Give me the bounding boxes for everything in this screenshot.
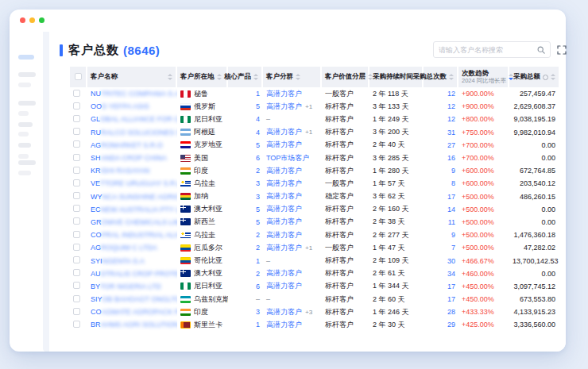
row-checkbox[interactable] bbox=[73, 217, 80, 225]
sidebar-item[interactable] bbox=[18, 111, 29, 116]
row-checkbox[interactable] bbox=[73, 154, 80, 161]
segment-label[interactable]: 高潜力客户 bbox=[266, 217, 302, 225]
purchase-count[interactable]: 17 bbox=[447, 295, 455, 303]
purchase-count[interactable]: 17 bbox=[447, 193, 455, 201]
fullscreen-expand-icon[interactable] bbox=[557, 45, 567, 55]
segment-label[interactable]: 高潜力客户 bbox=[266, 102, 302, 110]
sidebar-item[interactable] bbox=[18, 122, 33, 127]
sidebar-item[interactable] bbox=[18, 72, 36, 77]
sidebar-item[interactable] bbox=[18, 143, 31, 148]
customer-name-link[interactable]: GLOBAL ALLIANCE FOR CHESS CA... bbox=[91, 115, 174, 123]
purchase-count[interactable]: 12 bbox=[447, 115, 455, 123]
customer-name-link[interactable]: GROWVE CHEMICALS LIMITED bbox=[91, 218, 174, 226]
row-checkbox[interactable] bbox=[73, 128, 80, 135]
purchase-count[interactable]: 28 bbox=[447, 308, 455, 316]
segment-label[interactable]: 高潜力客户 bbox=[266, 321, 302, 329]
core-products-count[interactable]: 1 bbox=[256, 321, 260, 329]
row-checkbox[interactable] bbox=[73, 205, 80, 212]
customer-name-link[interactable]: ECNEW AUSTRALIA PTY LIMITED ) bbox=[91, 206, 174, 213]
purchase-count[interactable]: 30 bbox=[447, 257, 455, 265]
select-all-checkbox[interactable] bbox=[75, 73, 82, 80]
customer-name-link[interactable]: VETTORE URUGUAY S.R.L bbox=[91, 179, 174, 187]
purchase-count[interactable]: 12 bbox=[447, 102, 455, 110]
customer-name-link[interactable]: BRAHMS AGRI SOLUTIONS PVT LTD bbox=[91, 321, 174, 329]
purchase-count[interactable]: 17 bbox=[447, 283, 455, 290]
customer-name-link[interactable]: BYTOR NIGERIA LTD bbox=[91, 283, 161, 290]
core-products-count[interactable]: 5 bbox=[256, 206, 260, 213]
customer-name-link[interactable]: COPRAL INDUSTRIAL ALIADO R... bbox=[91, 231, 174, 239]
customer-name-link[interactable]: SHANDA CROP CHINA bbox=[91, 154, 167, 162]
customer-name-link[interactable]: OOD YEFPA ASIS bbox=[91, 102, 149, 110]
segment-label[interactable]: 高潜力客户 bbox=[266, 308, 302, 316]
core-products-count[interactable]: 5 bbox=[256, 141, 260, 149]
purchase-count[interactable]: 7 bbox=[451, 244, 455, 252]
segment-label[interactable]: 高潜力客户 bbox=[266, 90, 302, 98]
row-checkbox[interactable] bbox=[73, 282, 80, 289]
purchase-count[interactable]: 9 bbox=[451, 231, 455, 239]
row-checkbox[interactable] bbox=[73, 115, 80, 122]
sidebar-item[interactable] bbox=[18, 171, 31, 175]
customer-name-link[interactable]: WYNCA SUNSHINE AGRIC PRO (U... bbox=[91, 193, 174, 201]
core-products-count[interactable]: 2 bbox=[256, 270, 260, 278]
purchase-count[interactable]: 34 bbox=[447, 270, 455, 278]
sidebar-item[interactable] bbox=[18, 132, 29, 136]
purchase-count[interactable]: 16 bbox=[447, 154, 455, 162]
core-products-count[interactable]: 4 bbox=[256, 115, 260, 123]
core-products-count[interactable]: 3 bbox=[256, 179, 260, 187]
segment-label[interactable]: 高潜力客户 bbox=[266, 205, 302, 213]
segment-label[interactable]: 高潜力客户 bbox=[266, 179, 302, 187]
core-products-count[interactable]: 2 bbox=[256, 231, 260, 239]
customer-name-link[interactable]: KRISHI RASAYAN bbox=[91, 167, 149, 175]
core-products-count[interactable]: 6 bbox=[256, 283, 260, 290]
row-checkbox[interactable] bbox=[73, 321, 80, 328]
search-icon[interactable] bbox=[537, 46, 545, 54]
sidebar-item-active[interactable] bbox=[18, 55, 34, 60]
purchase-count[interactable]: 27 bbox=[447, 141, 455, 149]
core-products-count[interactable]: 2 bbox=[256, 244, 260, 252]
row-checkbox[interactable] bbox=[73, 269, 80, 276]
row-checkbox[interactable] bbox=[73, 231, 80, 238]
row-checkbox[interactable] bbox=[73, 256, 80, 263]
customer-name-link[interactable]: AUSTRALIS CROP PROTECTION P... bbox=[91, 270, 174, 278]
sidebar-item[interactable] bbox=[18, 83, 31, 87]
segment-label[interactable]: 高潜力客户 bbox=[266, 167, 302, 175]
info-icon[interactable] bbox=[543, 75, 548, 80]
row-checkbox[interactable] bbox=[73, 308, 80, 315]
sidebar-item[interactable] bbox=[18, 154, 29, 159]
purchase-count[interactable]: 11 bbox=[448, 218, 455, 226]
sort-icon[interactable] bbox=[217, 74, 222, 80]
customer-name-link[interactable]: AGROMARKET S.R.O bbox=[91, 141, 163, 149]
segment-label[interactable]: 高潜力客户 bbox=[266, 282, 302, 290]
row-checkbox[interactable] bbox=[73, 90, 80, 97]
row-checkbox[interactable] bbox=[73, 102, 80, 110]
sort-icon[interactable] bbox=[551, 74, 555, 80]
customer-name-link[interactable]: RURALCO SOLUCIONES S.A bbox=[91, 129, 174, 136]
row-checkbox[interactable] bbox=[73, 140, 80, 148]
purchase-count[interactable]: 12 bbox=[447, 90, 455, 98]
segment-label[interactable]: 高潜力客户 bbox=[266, 140, 302, 148]
close-window-button[interactable] bbox=[20, 17, 25, 23]
core-products-count[interactable]: 1 bbox=[256, 257, 260, 265]
customer-name-link[interactable]: AGROQUIM C LTDA bbox=[91, 244, 157, 252]
core-products-count[interactable]: 3 bbox=[256, 308, 260, 316]
customer-name-link[interactable]: SYINGENTA S.A bbox=[91, 257, 145, 265]
sidebar-item[interactable] bbox=[18, 160, 36, 165]
row-checkbox[interactable] bbox=[73, 192, 80, 199]
minimize-window-button[interactable] bbox=[29, 17, 35, 23]
customer-name-link[interactable]: SIYOB BAHOAGT ONGLTORABOY X... bbox=[91, 295, 174, 303]
maximize-window-button[interactable] bbox=[39, 17, 44, 23]
core-products-count[interactable]: 5 bbox=[256, 218, 260, 226]
segment-label[interactable]: 高潜力客户 bbox=[266, 269, 302, 277]
core-products-count[interactable]: 6 bbox=[256, 154, 260, 162]
segment-label[interactable]: 高潜力客户 bbox=[266, 128, 302, 136]
purchase-count[interactable]: 8 bbox=[451, 179, 455, 187]
customer-name-link[interactable]: NUTRITEC COMPANIA S.A.C bbox=[91, 90, 174, 98]
sort-icon[interactable] bbox=[168, 74, 172, 80]
row-checkbox[interactable] bbox=[73, 244, 80, 251]
core-products-count[interactable]: 3 bbox=[256, 193, 260, 201]
core-products-count[interactable]: 1 bbox=[256, 90, 260, 98]
segment-label[interactable]: TOP市场客户 bbox=[266, 154, 309, 162]
search-input[interactable] bbox=[439, 46, 537, 54]
purchase-count[interactable]: 14 bbox=[447, 206, 455, 213]
purchase-count[interactable]: 31 bbox=[447, 129, 455, 136]
